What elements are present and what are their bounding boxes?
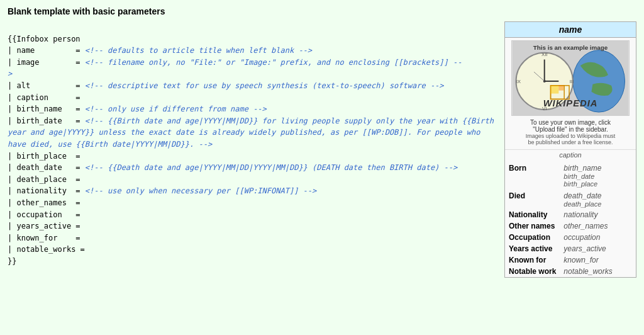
- born-date: birth_date: [564, 173, 632, 180]
- svg-rect-15: [558, 86, 564, 91]
- page-title: Blank template with basic parameters: [0, 0, 644, 21]
- svg-text:III: III: [570, 79, 574, 84]
- infobox-born-row: Born birth_name birth_date birth_place: [505, 161, 636, 189]
- died-label: Died: [505, 189, 560, 209]
- infobox-preview: name: [504, 21, 636, 278]
- nationality-value: nationality: [560, 209, 636, 220]
- known-for-label: Known for: [505, 254, 560, 266]
- infobox-image-area: XII III VI IX This is an example image W…: [505, 38, 636, 150]
- infobox-other-names-row: Other names other_names: [505, 220, 636, 232]
- svg-text:XII: XII: [541, 52, 548, 57]
- infobox-notable-work-row: Notable work notable_works: [505, 266, 636, 277]
- svg-text:IX: IX: [516, 79, 521, 84]
- years-active-value: years_active: [560, 243, 636, 254]
- other-names-label: Other names: [505, 220, 560, 232]
- infobox-years-active-row: Years active years_active: [505, 243, 636, 254]
- born-label: Born: [505, 161, 560, 189]
- infobox-caption: caption: [505, 150, 636, 161]
- infobox-known-for-row: Known for known_for: [505, 254, 636, 266]
- years-active-label: Years active: [505, 243, 560, 254]
- other-names-value: other_names: [560, 220, 636, 232]
- born-place: birth_place: [564, 180, 632, 188]
- died-place: death_place: [564, 200, 632, 208]
- infobox-image-box: XII III VI IX This is an example image W…: [511, 40, 630, 116]
- infobox-nationality-row: Nationality nationality: [505, 209, 636, 220]
- died-values: death_date death_place: [560, 189, 636, 209]
- notable-work-value: notable_works: [560, 266, 636, 277]
- svg-text:This is an example image: This is an example image: [533, 44, 608, 51]
- infobox-died-row: Died death_date death_place: [505, 189, 636, 209]
- notable-work-label: Notable work: [505, 266, 560, 277]
- infobox-occupation-row: Occupation occupation: [505, 232, 636, 243]
- died-date: death_date: [564, 191, 601, 200]
- nationality-label: Nationality: [505, 209, 560, 220]
- known-for-value: known_for: [560, 254, 636, 266]
- infobox-header: name: [505, 22, 636, 38]
- born-name: birth_name: [564, 164, 601, 173]
- occupation-value: occupation: [560, 232, 636, 243]
- infobox-table: Born birth_name birth_date birth_place D…: [505, 161, 636, 277]
- code-block: {{Infobox person | name = <!-- defaults …: [8, 21, 494, 279]
- born-values: birth_name birth_date birth_place: [560, 161, 636, 189]
- svg-text:WIKIPEDIA: WIKIPEDIA: [543, 98, 598, 108]
- svg-rect-14: [551, 86, 559, 94]
- occupation-label: Occupation: [505, 232, 560, 243]
